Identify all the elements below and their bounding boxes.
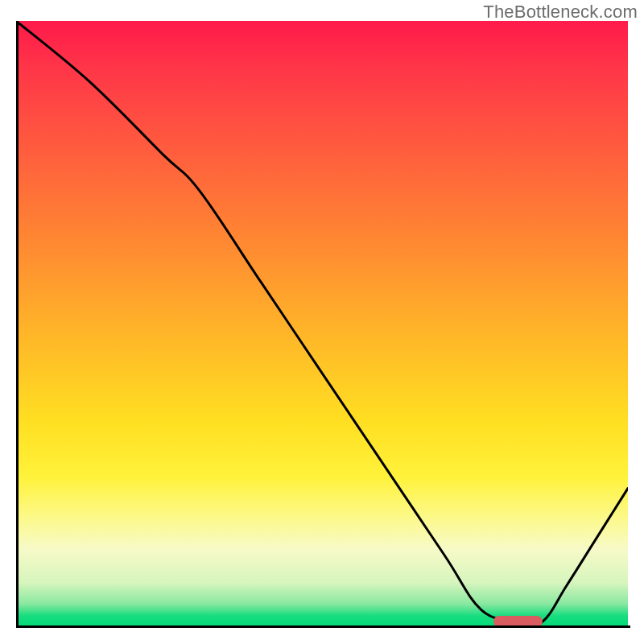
bottleneck-chart: TheBottleneck.com [0,0,644,644]
curve-path [16,21,628,625]
bottleneck-curve [16,21,628,628]
plot-area [16,21,628,628]
y-axis [16,21,19,628]
x-axis [16,625,630,628]
watermark-text: TheBottleneck.com [483,2,638,23]
